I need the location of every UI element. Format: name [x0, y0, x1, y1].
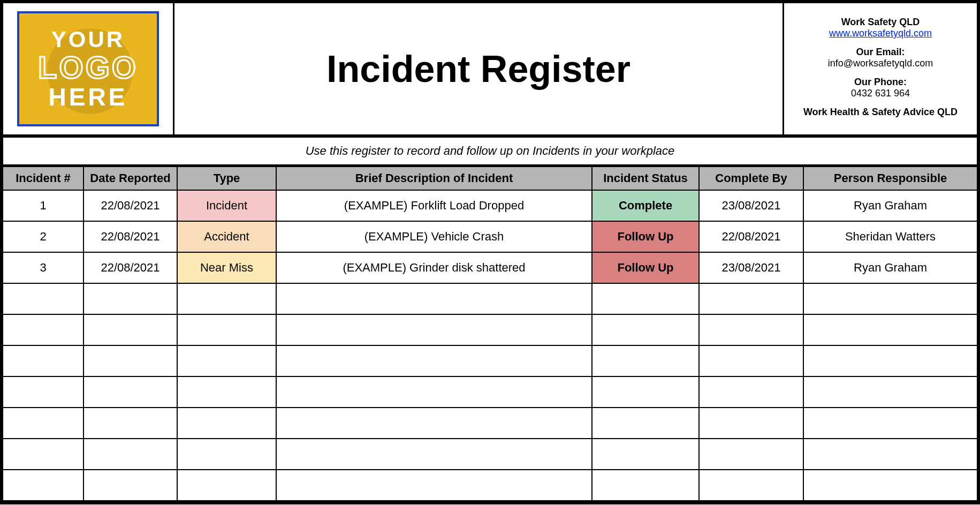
cell-desc[interactable]: (EXAMPLE) Grinder disk shattered: [276, 252, 592, 283]
contact-phone-label: Our Phone:: [789, 77, 971, 88]
cell-desc[interactable]: (EXAMPLE) Vehicle Crash: [276, 221, 592, 252]
cell-date[interactable]: [83, 470, 177, 501]
table-row: 122/08/2021Incident(EXAMPLE) Forklift Lo…: [3, 190, 977, 221]
cell-date[interactable]: [83, 314, 177, 345]
cell-type[interactable]: [177, 470, 276, 501]
cell-desc[interactable]: [276, 283, 592, 314]
cell-num[interactable]: [3, 439, 83, 470]
cell-date[interactable]: 22/08/2021: [83, 190, 177, 221]
cell-date[interactable]: [83, 345, 177, 376]
cell-status[interactable]: Follow Up: [592, 221, 699, 252]
cell-date[interactable]: [83, 283, 177, 314]
table-row-empty: [3, 345, 977, 376]
cell-status[interactable]: [592, 314, 699, 345]
cell-type[interactable]: [177, 408, 276, 439]
cell-num[interactable]: 1: [3, 190, 83, 221]
table-header-row: Incident # Date Reported Type Brief Desc…: [3, 167, 977, 190]
col-header-type: Type: [177, 167, 276, 190]
cell-person[interactable]: [803, 376, 977, 408]
cell-type[interactable]: [177, 439, 276, 470]
table-row-empty: [3, 439, 977, 470]
cell-complete[interactable]: [699, 376, 803, 408]
cell-type[interactable]: Near Miss: [177, 252, 276, 283]
cell-type[interactable]: Accident: [177, 221, 276, 252]
cell-person[interactable]: Ryan Graham: [803, 252, 977, 283]
logo-line3: HERE: [38, 84, 138, 110]
cell-complete[interactable]: 23/08/2021: [699, 190, 803, 221]
cell-person[interactable]: [803, 314, 977, 345]
cell-num[interactable]: [3, 283, 83, 314]
cell-desc[interactable]: [276, 408, 592, 439]
cell-person[interactable]: Sheridan Watters: [803, 221, 977, 252]
cell-person[interactable]: Ryan Graham: [803, 190, 977, 221]
logo-line2: LOGO: [38, 51, 138, 84]
table-row-empty: [3, 376, 977, 408]
cell-status[interactable]: [592, 408, 699, 439]
cell-status[interactable]: Follow Up: [592, 252, 699, 283]
cell-num[interactable]: 2: [3, 221, 83, 252]
table-row-empty: [3, 314, 977, 345]
logo-cell: YOUR LOGO HERE: [3, 3, 174, 134]
cell-num[interactable]: 3: [3, 252, 83, 283]
cell-person[interactable]: [803, 345, 977, 376]
table-row-empty: [3, 283, 977, 314]
cell-date[interactable]: 22/08/2021: [83, 221, 177, 252]
table-row: 222/08/2021Accident(EXAMPLE) Vehicle Cra…: [3, 221, 977, 252]
cell-complete[interactable]: [699, 314, 803, 345]
col-header-desc: Brief Description of Incident: [276, 167, 592, 190]
contact-phone: 0432 631 964: [789, 88, 971, 99]
incident-table: Incident # Date Reported Type Brief Desc…: [3, 166, 977, 501]
cell-desc[interactable]: [276, 470, 592, 501]
cell-status[interactable]: [592, 376, 699, 408]
contact-tagline: Work Health & Safety Advice QLD: [789, 107, 971, 118]
cell-date[interactable]: [83, 408, 177, 439]
col-header-complete: Complete By: [699, 167, 803, 190]
cell-desc[interactable]: [276, 376, 592, 408]
contact-company: Work Safety QLD: [789, 17, 971, 28]
cell-num[interactable]: [3, 314, 83, 345]
cell-status[interactable]: Complete: [592, 190, 699, 221]
cell-status[interactable]: [592, 439, 699, 470]
cell-type[interactable]: [177, 314, 276, 345]
cell-complete[interactable]: [699, 408, 803, 439]
cell-num[interactable]: [3, 376, 83, 408]
cell-type[interactable]: [177, 376, 276, 408]
cell-complete[interactable]: [699, 439, 803, 470]
cell-type[interactable]: [177, 283, 276, 314]
cell-date[interactable]: 22/08/2021: [83, 252, 177, 283]
cell-complete[interactable]: [699, 345, 803, 376]
cell-status[interactable]: [592, 345, 699, 376]
cell-person[interactable]: [803, 439, 977, 470]
cell-date[interactable]: [83, 376, 177, 408]
cell-complete[interactable]: 22/08/2021: [699, 221, 803, 252]
table-row-empty: [3, 470, 977, 501]
cell-num[interactable]: [3, 345, 83, 376]
cell-status[interactable]: [592, 470, 699, 501]
col-header-status: Incident Status: [592, 167, 699, 190]
table-row: 322/08/2021Near Miss(EXAMPLE) Grinder di…: [3, 252, 977, 283]
logo-placeholder: YOUR LOGO HERE: [17, 11, 159, 126]
cell-num[interactable]: [3, 470, 83, 501]
col-header-num: Incident #: [3, 167, 83, 190]
cell-date[interactable]: [83, 439, 177, 470]
subtitle: Use this register to record and follow u…: [3, 138, 977, 166]
contact-website-link[interactable]: www.worksafetyqld.com: [829, 28, 932, 39]
cell-person[interactable]: [803, 283, 977, 314]
cell-status[interactable]: [592, 283, 699, 314]
cell-desc[interactable]: [276, 345, 592, 376]
contact-cell: Work Safety QLD www.worksafetyqld.com Ou…: [784, 3, 977, 134]
cell-complete[interactable]: [699, 283, 803, 314]
cell-person[interactable]: [803, 470, 977, 501]
cell-person[interactable]: [803, 408, 977, 439]
header-row: YOUR LOGO HERE Incident Register Work Sa…: [3, 3, 977, 138]
cell-num[interactable]: [3, 408, 83, 439]
cell-complete[interactable]: [699, 470, 803, 501]
cell-desc[interactable]: [276, 314, 592, 345]
cell-type[interactable]: [177, 345, 276, 376]
cell-desc[interactable]: [276, 439, 592, 470]
cell-type[interactable]: Incident: [177, 190, 276, 221]
cell-desc[interactable]: (EXAMPLE) Forklift Load Dropped: [276, 190, 592, 221]
logo-line1: YOUR: [38, 28, 138, 51]
cell-complete[interactable]: 23/08/2021: [699, 252, 803, 283]
title-cell: Incident Register: [174, 3, 784, 134]
